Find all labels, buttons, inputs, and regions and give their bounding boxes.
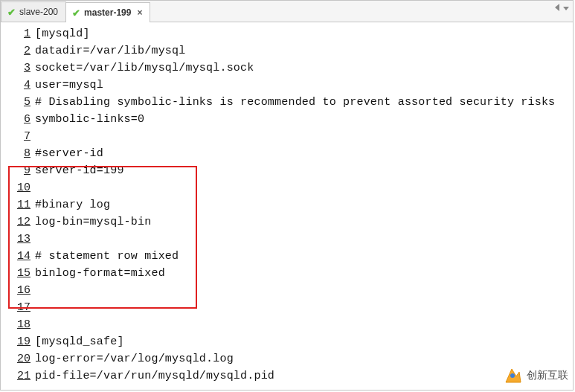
code-line: 11#binary log [1,196,573,213]
code-line: 21pid-file=/var/run/mysqld/mysqld.pid [1,367,573,385]
line-number: 5 [1,94,32,111]
line-text: user=mysql [32,77,103,94]
code-line: 4user=mysql [1,77,573,94]
line-number: 2 [1,42,32,60]
line-text: binlog-format=mixed [32,265,165,282]
code-line: 15binlog-format=mixed [1,265,573,282]
line-text: [mysqld] [32,25,90,42]
line-number: 7 [1,128,32,145]
editor-window: ✔ slave-200 ✔ master-199 × 1[mysqld] 2da… [0,0,574,391]
line-number: 16 [1,282,32,299]
tab-label: slave-200 [19,7,58,17]
line-number: 20 [1,350,32,367]
line-number: 3 [1,60,32,77]
tab-bar: ✔ slave-200 ✔ master-199 × [1,1,573,22]
line-text: datadir=/var/lib/mysql [32,42,185,60]
line-text: symbolic-links=0 [32,111,144,128]
line-text: #server-id [32,145,103,162]
tab-master-199[interactable]: ✔ master-199 × [65,2,150,22]
line-number: 11 [1,196,32,213]
code-line: 2datadir=/var/lib/mysql [1,42,573,60]
tab-label: master-199 [84,7,131,18]
code-line: 17 [1,299,573,316]
line-number: 6 [1,111,32,128]
line-number: 8 [1,145,32,162]
close-icon[interactable]: × [137,7,142,18]
line-number: 21 [1,367,32,385]
line-text: pid-file=/var/run/mysqld/mysqld.pid [32,367,274,385]
line-text: # statement row mixed [32,248,179,265]
line-text: server-id=199 [32,162,124,179]
line-text: # Disabling symbolic-links is recommende… [32,94,555,111]
code-line: 12log-bin=mysql-bin [1,213,573,231]
line-text: log-error=/var/log/mysqld.log [32,350,234,367]
code-line: 1[mysqld] [1,25,573,42]
line-number: 12 [1,213,32,231]
code-line: 10 [1,179,573,196]
line-number: 1 [1,25,32,42]
code-line: 6symbolic-links=0 [1,111,573,128]
line-text: log-bin=mysql-bin [32,213,151,231]
line-number: 9 [1,162,32,179]
code-line: 7 [1,128,573,145]
check-icon: ✔ [72,7,80,19]
line-number: 18 [1,316,32,333]
line-number: 19 [1,333,32,350]
code-line: 19[mysqld_safe] [1,333,573,350]
check-icon: ✔ [7,7,16,18]
line-number: 10 [1,179,32,196]
line-number: 15 [1,265,32,282]
line-number: 17 [1,299,32,316]
code-line: 18 [1,316,573,333]
line-text: #binary log [32,196,110,213]
line-text: socket=/var/lib/mysql/mysql.sock [32,60,254,77]
code-line: 9server-id=199 [1,162,573,179]
code-line: 20log-error=/var/log/mysqld.log [1,350,573,367]
tab-scroll-left-icon[interactable] [555,4,559,11]
tab-menu-icon[interactable] [563,7,569,10]
code-line: 13 [1,231,573,248]
code-line: 16 [1,282,573,299]
tab-slave-200[interactable]: ✔ slave-200 [1,1,66,22]
code-line: 8#server-id [1,145,573,162]
code-line: 3socket=/var/lib/mysql/mysql.sock [1,60,573,77]
line-number: 4 [1,77,32,94]
code-editor[interactable]: 1[mysqld] 2datadir=/var/lib/mysql 3socke… [1,22,573,385]
code-line: 14# statement row mixed [1,248,573,265]
line-number: 13 [1,231,32,248]
line-text: [mysqld_safe] [32,333,124,350]
code-line: 5# Disabling symbolic-links is recommend… [1,94,573,111]
line-number: 14 [1,248,32,265]
